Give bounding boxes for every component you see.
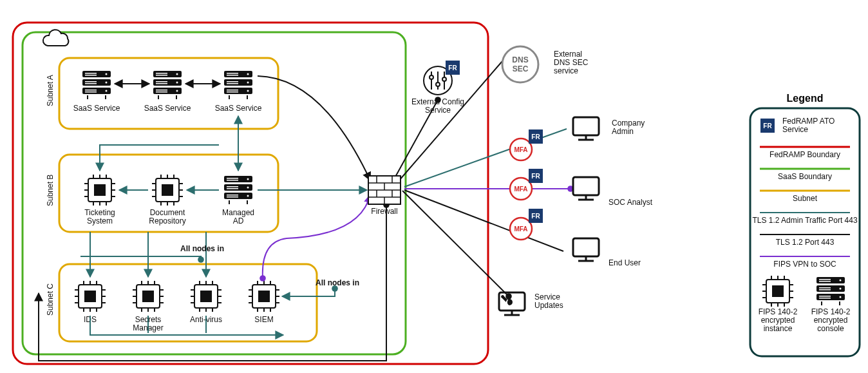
svg-text:TLS 1.2 Port 443: TLS 1.2 Port 443 <box>776 238 835 247</box>
subnet-a: Subnet A SaaS Service SaaS Service SaaS … <box>46 58 278 129</box>
svg-text:Subnet: Subnet <box>793 194 818 203</box>
svg-text:All nodes in: All nodes in <box>316 278 359 287</box>
svg-line-82 <box>402 191 509 296</box>
svg-text:TicketingSystem: TicketingSystem <box>84 208 115 225</box>
svg-text:Subnet A: Subnet A <box>46 75 55 106</box>
svg-text:SaaS Boundary: SaaS Boundary <box>778 172 832 181</box>
svg-text:DocumentRepository: DocumentRepository <box>149 208 185 225</box>
svg-text:CompanyAdmin: CompanyAdmin <box>612 119 645 136</box>
external-config-service: External ConfigService <box>411 61 464 115</box>
svg-text:FIPS 140-2encryptedinstance: FIPS 140-2encryptedinstance <box>759 307 798 333</box>
company-admin: CompanyAdmin <box>510 117 645 160</box>
svg-text:Legend: Legend <box>787 93 824 104</box>
svg-text:SOC Analyst: SOC Analyst <box>609 198 653 207</box>
architecture-diagram: FR MFA Subnet A SaaS Service SaaS Servic… <box>0 0 868 373</box>
subnet-c: Subnet C IDS SecretsManager Anti-virus S… <box>46 264 317 341</box>
svg-text:End User: End User <box>609 258 641 267</box>
soc-analyst: SOC Analyst <box>510 169 653 207</box>
svg-text:TLS 1.2 Admin Traffic Port 443: TLS 1.2 Admin Traffic Port 443 <box>752 216 858 225</box>
firewall: Firewall <box>368 176 401 216</box>
admin-traffic-lines: All nodes in All nodes in <box>80 116 367 335</box>
svg-text:FIPS 140-2encryptedconsole: FIPS 140-2encryptedconsole <box>811 307 851 333</box>
svg-text:ServiceUpdates: ServiceUpdates <box>534 292 563 310</box>
svg-text:DNSSEC: DNSSEC <box>512 55 528 73</box>
svg-text:All nodes in: All nodes in <box>180 244 224 253</box>
dnssec: DNSSEC ExternalDNS SECservice <box>502 46 589 82</box>
svg-text:SIEM: SIEM <box>254 315 273 324</box>
svg-text:External ConfigService: External ConfigService <box>411 97 464 115</box>
svg-text:FedRAMP ATOService: FedRAMP ATOService <box>782 117 835 134</box>
legend: Legend FedRAMP ATOService FedRAMP Bounda… <box>750 93 860 356</box>
subnet-b: Subnet B TicketingSystem DocumentReposit… <box>46 155 278 232</box>
svg-text:ExternalDNS SECservice: ExternalDNS SECservice <box>554 50 589 75</box>
svg-text:Subnet C: Subnet C <box>46 283 55 316</box>
svg-text:FedRAMP Boundary: FedRAMP Boundary <box>769 150 840 159</box>
svg-text:Subnet B: Subnet B <box>46 175 55 206</box>
svg-text:FIPS VPN to SOC: FIPS VPN to SOC <box>773 260 836 269</box>
svg-text:ManagedAD: ManagedAD <box>222 208 254 225</box>
svg-text:SaaS Service: SaaS Service <box>215 104 262 113</box>
svg-text:SaaS Service: SaaS Service <box>73 104 120 113</box>
svg-text:SaaS Service: SaaS Service <box>144 104 191 113</box>
svg-text:Firewall: Firewall <box>371 207 397 216</box>
